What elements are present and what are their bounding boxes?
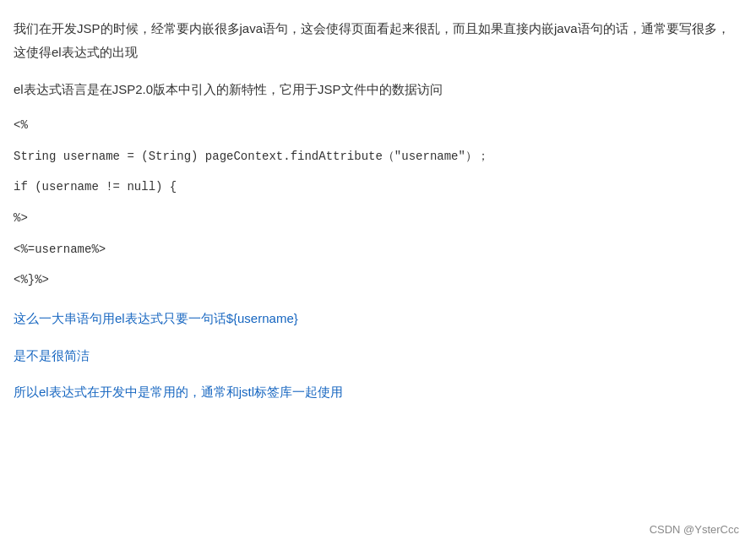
paragraph-2: el表达式语言是在JSP2.0版本中引入的新特性，它用于JSP文件中的数据访问 [14, 78, 736, 101]
code-line-el-output: <%=username%> [14, 238, 736, 261]
paragraph-3: 这么一大串语句用el表达式只要一句话${username} [14, 307, 736, 330]
code-line-if: if (username != null) { [14, 176, 736, 199]
code-line-string: String username = (String) pageContext.f… [14, 145, 736, 168]
code-line-close-partial: %> [14, 207, 736, 230]
paragraph-1: 我们在开发JSP的时候，经常要内嵌很多java语句，这会使得页面看起来很乱，而且… [14, 17, 736, 64]
content-area: 我们在开发JSP的时候，经常要内嵌很多java语句，这会使得页面看起来很乱，而且… [14, 17, 736, 404]
paragraph-4: 是不是很简洁 [14, 344, 736, 368]
watermark: CSDN @YsterCcc [650, 523, 739, 536]
code-line-open: <% [14, 114, 736, 137]
code-block: <% String username = (String) pageContex… [14, 114, 736, 292]
paragraph-5: 所以el表达式在开发中是常用的，通常和jstl标签库一起使用 [14, 380, 736, 404]
code-line-close-block: <%}%> [14, 269, 736, 292]
